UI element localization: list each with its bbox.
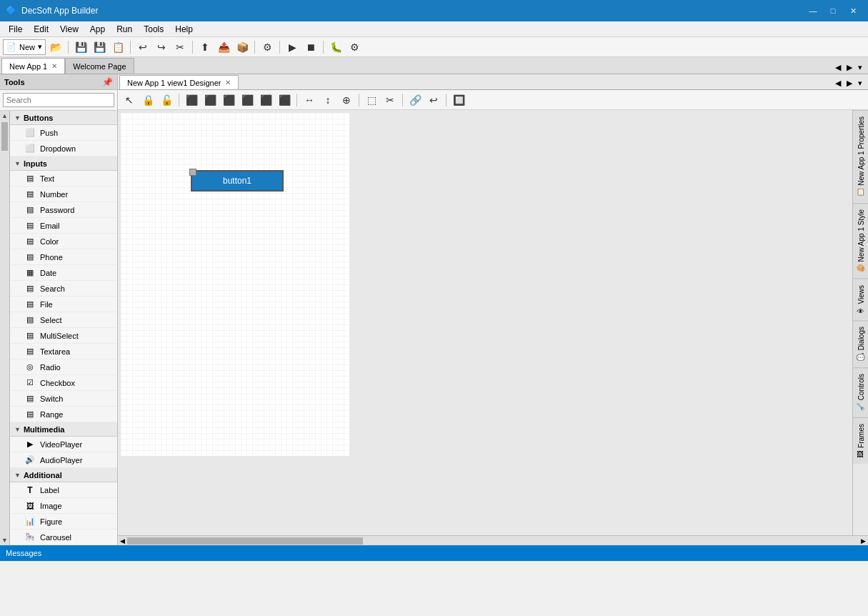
maximize-button[interactable]: □	[824, 4, 842, 18]
tool-email[interactable]: ▤ Email	[10, 218, 117, 234]
menu-edit[interactable]: Edit	[28, 23, 54, 36]
menu-tools[interactable]: Tools	[138, 23, 169, 36]
tool-image[interactable]: 🖼 Image	[10, 498, 117, 514]
save-as-button[interactable]: 📋	[109, 39, 126, 55]
right-panel-frames[interactable]: 🖼 Frames	[853, 417, 868, 464]
menu-file[interactable]: File	[3, 23, 28, 36]
menu-app[interactable]: App	[84, 23, 111, 36]
tool-file[interactable]: ▤ File	[10, 297, 117, 312]
category-inputs[interactable]: ▼ Inputs	[10, 157, 117, 171]
vscroll-up[interactable]: ▲	[0, 111, 9, 121]
tool-switch[interactable]: ▤ Switch	[10, 391, 117, 407]
align-left-button[interactable]: ⬛	[183, 92, 200, 108]
pin-icon[interactable]: 📌	[102, 77, 113, 87]
align-bottom-button[interactable]: ⬛	[276, 92, 293, 108]
tool-checkbox[interactable]: ☑ Checkbox	[10, 375, 117, 391]
canvas-button-1[interactable]: button1	[191, 170, 284, 192]
settings-button[interactable]: ⚙	[259, 39, 276, 55]
tool-carousel[interactable]: 🎠 Carousel	[10, 530, 117, 545]
tab-welcome-page[interactable]: Welcome Page	[65, 58, 134, 74]
both-button[interactable]: ⊕	[338, 92, 355, 108]
select-tool-button[interactable]: ↖	[121, 92, 138, 108]
ungroup-button[interactable]: ↩	[425, 92, 442, 108]
tool-figure[interactable]: 📊 Figure	[10, 514, 117, 530]
tool-color[interactable]: ▤ Color	[10, 234, 117, 249]
tools-list: ▼ Buttons ⬜ Push ⬜ Dropdown ▼ Inputs ▤	[10, 111, 117, 545]
unlock-button[interactable]: 🔓	[158, 92, 175, 108]
tool-search[interactable]: ▤ Search	[10, 281, 117, 297]
tool-radio[interactable]: ◎ Radio	[10, 359, 117, 375]
tool-date[interactable]: ▦ Date	[10, 265, 117, 281]
right-panel-properties[interactable]: 📋 New App 1 Properties	[853, 110, 868, 203]
tab-nav-menu[interactable]: ▾	[855, 61, 865, 74]
dist-v-button[interactable]: ✂	[381, 92, 399, 108]
tool-textarea[interactable]: ▤ Textarea	[10, 344, 117, 359]
undo-button[interactable]: ↩	[134, 39, 151, 55]
tool-push[interactable]: ⬜ Push	[10, 125, 117, 141]
height-button[interactable]: ↕	[319, 92, 336, 108]
canvas-wrapper[interactable]: button1	[118, 110, 852, 535]
lock-button[interactable]: 🔒	[139, 92, 156, 108]
tool-audioplayer[interactable]: 🔊 AudioPlayer	[10, 452, 117, 468]
tab-new-app-1[interactable]: New App 1 ✕	[1, 58, 65, 74]
menu-view[interactable]: View	[54, 23, 84, 36]
dist-h-button[interactable]: ⬚	[363, 92, 380, 108]
search-input[interactable]	[3, 93, 114, 107]
align-center-button[interactable]: ⬛	[201, 92, 219, 108]
right-panel-style[interactable]: 🎨 New App 1 Style	[853, 203, 868, 279]
right-panel-dialogs[interactable]: 💬 Dialogs	[853, 320, 868, 367]
hscroll-right-btn[interactable]: ▶	[859, 537, 868, 545]
tool-label[interactable]: T Label	[10, 482, 117, 498]
tool-multiselect[interactable]: ▤ MultiSelect	[10, 328, 117, 344]
tool-range[interactable]: ▤ Range	[10, 407, 117, 422]
open-button[interactable]: 📂	[47, 39, 64, 55]
tool-videoplayer[interactable]: ▶ VideoPlayer	[10, 437, 117, 452]
category-multimedia[interactable]: ▼ Multimedia	[10, 422, 117, 437]
tab-new-app-1-close[interactable]: ✕	[51, 62, 57, 70]
save-button[interactable]: 💾	[72, 39, 89, 55]
category-additional[interactable]: ▼ Additional	[10, 468, 117, 482]
menu-run[interactable]: Run	[111, 23, 138, 36]
new-dropdown[interactable]: 📄 New ▾	[3, 39, 46, 55]
export-button[interactable]: ⬆	[196, 39, 214, 55]
tool-phone[interactable]: ▤ Phone	[10, 249, 117, 265]
debug-button[interactable]: 🐛	[327, 39, 344, 55]
redo-button[interactable]: ↪	[153, 39, 170, 55]
minimize-button[interactable]: —	[804, 4, 822, 18]
tool-text[interactable]: ▤ Text	[10, 171, 117, 187]
vscroll-down[interactable]: ▼	[0, 535, 9, 545]
align-top-button[interactable]: ⬛	[239, 92, 256, 108]
tool-dropdown[interactable]: ⬜ Dropdown	[10, 141, 117, 157]
save-all-button[interactable]: 💾	[91, 39, 108, 55]
publish-button[interactable]: 📦	[234, 39, 251, 55]
designer-tab-view1[interactable]: New App 1 view1 Designer ✕	[119, 75, 239, 89]
hscroll-thumb[interactable]	[127, 537, 363, 545]
right-panel-controls[interactable]: 🔧 Controls	[853, 367, 868, 417]
align-middle-button[interactable]: ⬛	[257, 92, 274, 108]
designer-tab-nav-left[interactable]: ◀	[832, 77, 844, 89]
tool-number[interactable]: ▤ Number	[10, 187, 117, 202]
play-button[interactable]: ▶	[284, 39, 301, 55]
tool-password[interactable]: ▤ Password	[10, 202, 117, 218]
designer-tab-nav-menu[interactable]: ▾	[855, 77, 865, 89]
designer-tab-close[interactable]: ✕	[225, 79, 231, 86]
vscroll-thumb[interactable]	[1, 122, 8, 151]
menu-help[interactable]: Help	[169, 23, 199, 36]
designer-tab-nav-right[interactable]: ▶	[844, 77, 855, 89]
stop-button[interactable]: ⏹	[302, 39, 319, 55]
align-right-button[interactable]: ⬛	[220, 92, 237, 108]
hscroll-left-btn[interactable]: ◀	[118, 537, 127, 545]
tools-vscroll[interactable]: ▲ ▼	[0, 111, 10, 545]
group-button[interactable]: 🔗	[406, 92, 424, 108]
build-button[interactable]: ⚙	[346, 39, 363, 55]
width-button[interactable]: ↔	[301, 92, 318, 108]
close-button[interactable]: ✕	[844, 4, 862, 18]
category-buttons[interactable]: ▼ Buttons	[10, 111, 117, 125]
import-button[interactable]: 📤	[215, 39, 232, 55]
tool-select[interactable]: ▤ Select	[10, 312, 117, 328]
tab-nav-left[interactable]: ◀	[832, 61, 844, 74]
tab-nav-right[interactable]: ▶	[844, 61, 855, 74]
right-panel-views[interactable]: 👁 Views	[853, 279, 868, 320]
properties-button[interactable]: 🔲	[450, 92, 467, 108]
cut-button[interactable]: ✂	[171, 39, 189, 55]
